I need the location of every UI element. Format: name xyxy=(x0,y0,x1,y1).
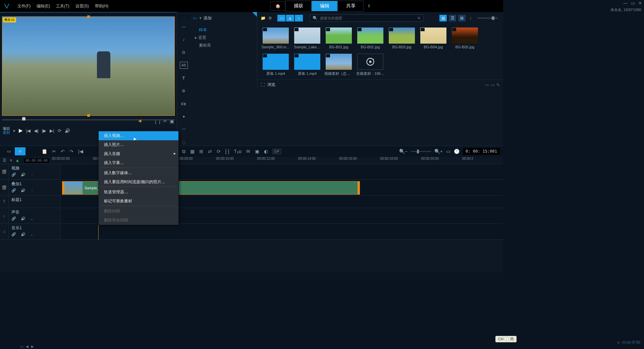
track-expand-icon[interactable]: ⌄ xyxy=(30,216,33,221)
transport-mode-labels[interactable]: 项目 素材 xyxy=(3,127,10,135)
tool-loading-icon[interactable]: ◌ xyxy=(180,139,188,146)
home-button[interactable]: 🏠 xyxy=(270,1,285,11)
resize-handle-top[interactable] xyxy=(87,15,90,18)
goto-end-button[interactable]: ▶| xyxy=(50,128,54,133)
track-mute-icon[interactable]: 🔊 xyxy=(21,232,25,237)
view-list-button[interactable]: ☰ xyxy=(449,15,456,21)
clear-search-button[interactable]: ✕ xyxy=(417,16,421,20)
menu-tools[interactable]: 工具(T) xyxy=(56,3,69,9)
volume-button[interactable]: 🔊 xyxy=(65,128,70,133)
redo-button[interactable]: ↷ xyxy=(69,149,73,154)
tool-title-icon[interactable]: T xyxy=(180,75,188,82)
tab-share[interactable]: 共享 xyxy=(338,1,364,11)
ctx-insert-audio[interactable]: 插入音频 xyxy=(99,149,178,158)
filter-image-button[interactable]: ▲ xyxy=(286,15,294,21)
loop-button[interactable]: ⟳ xyxy=(58,128,61,133)
tl-tool-7[interactable]: ⧉ xyxy=(182,149,185,154)
tl-tool-5[interactable]: |◀ xyxy=(78,149,83,154)
tool-subtitle-icon[interactable]: AB xyxy=(180,62,188,69)
browse-btn3[interactable]: ✎ xyxy=(496,83,500,87)
timeline-ruler[interactable]: ☰ ≡ ▲ 00:00:00:00 00:00:02:0000:00:04:00… xyxy=(0,157,503,164)
gutter-btn3[interactable]: ▲ xyxy=(15,158,19,163)
tool-media[interactable]: ▭ xyxy=(180,23,188,30)
undo-button[interactable]: ↶ xyxy=(61,149,65,154)
view-grid-button[interactable]: ▦ xyxy=(439,15,447,21)
track-mute-icon[interactable]: 🔊 xyxy=(21,188,25,193)
ctx-track-manager[interactable]: 轨道管理器… xyxy=(99,187,178,197)
thumb-item[interactable]: ♪音频素材 - 196… xyxy=(356,54,385,76)
tl-tool-11[interactable]: ⟳ xyxy=(217,149,221,154)
fit-button[interactable]: ▭ xyxy=(446,149,450,154)
thumb-item[interactable]: BG-B05.jpg xyxy=(450,28,479,49)
thumb-item[interactable]: BG-B03.jpg xyxy=(387,28,416,49)
zoom-slider[interactable] xyxy=(411,151,431,152)
menu-file[interactable]: 文件(F) xyxy=(17,3,31,9)
preview-viewport[interactable]: 叠加 #1 xyxy=(2,16,175,116)
tl-tool-2[interactable]: ✂ xyxy=(52,149,56,154)
thumb-item[interactable]: BG-B01.jpg xyxy=(324,28,353,49)
track-link-icon[interactable]: 🔗 xyxy=(11,172,16,177)
gutter-btn2[interactable]: ≡ xyxy=(10,158,12,163)
tl-tool-13[interactable]: T₃ᴅ xyxy=(234,149,241,154)
browse-btn1[interactable]: ▭ xyxy=(485,83,489,87)
panel-corner-icon[interactable] xyxy=(252,12,257,17)
tab-capture[interactable]: 捕获 xyxy=(285,1,312,11)
track-content-music1[interactable] xyxy=(61,224,503,239)
timeline-mode-button[interactable]: ≡ xyxy=(15,147,25,155)
thumb-item[interactable]: 屏幕 1.mp4 xyxy=(293,54,322,76)
view-thumbs-button[interactable]: ⊞ xyxy=(458,15,466,21)
menu-edit[interactable]: 编辑(E) xyxy=(37,3,50,9)
tl-tool-16[interactable]: ◐ xyxy=(264,149,268,154)
tree-item-background[interactable]: ▸背景 xyxy=(193,34,255,42)
thumb-item[interactable]: BG-B02.jpg xyxy=(356,28,385,49)
tool-settings-icon[interactable]: ⚙ xyxy=(180,88,188,94)
search-input[interactable] xyxy=(320,16,415,20)
clock-icon[interactable]: 🕐 xyxy=(454,149,460,154)
track-more-icon[interactable]: ⋮ xyxy=(30,172,34,177)
preview-scrubber[interactable]: ◀ xyxy=(2,119,175,123)
tree-item-material[interactable]: 素材库 xyxy=(193,42,255,49)
track-mute-icon[interactable]: 🔊 xyxy=(21,216,25,221)
gear-sm-icon[interactable]: ⚙ xyxy=(268,16,272,20)
track-link-icon[interactable]: 🔗 xyxy=(11,188,16,193)
track-expand-icon[interactable]: ⌄ xyxy=(30,232,33,237)
ctx-insert-timelapse[interactable]: 插入要应用时间流逝/频闪的照片… xyxy=(99,178,178,187)
search-box[interactable]: 🔍 ✕ xyxy=(310,14,424,22)
tl-tool-15[interactable]: ▣ xyxy=(255,149,259,154)
scrubber-playhead[interactable] xyxy=(22,117,25,120)
step-fwd-button[interactable]: |▶ xyxy=(42,128,46,133)
zoom-in-button[interactable]: 🔍+ xyxy=(434,149,443,154)
browse-btn2[interactable]: ▭ xyxy=(491,83,494,87)
ctx-insert-digital[interactable]: 插入数字媒体… xyxy=(99,167,178,178)
track-link-icon[interactable]: 🔗 xyxy=(11,216,16,221)
tl-tool-12[interactable]: [·] xyxy=(225,149,229,154)
filter-audio-button[interactable]: ♪ xyxy=(295,15,303,21)
tl-tool-10[interactable]: ⇄ xyxy=(208,149,212,154)
tl-tool-gif[interactable]: GIF xyxy=(273,149,281,154)
ctx-mark-replaceable[interactable]: 标记可替换素材 xyxy=(99,197,178,206)
add-media-button[interactable]: + 添加 xyxy=(199,15,212,21)
tool-magic-icon[interactable]: ✦ xyxy=(180,113,188,120)
track-more-icon[interactable]: ⋮ xyxy=(30,188,34,193)
browse-label[interactable]: 浏览 xyxy=(267,82,275,88)
tl-tool-1[interactable]: 📋 xyxy=(42,149,47,154)
tree-item-samples[interactable]: 样本 xyxy=(193,26,255,34)
thumb-item[interactable]: 视频素材（总）… xyxy=(324,54,353,76)
clip-handle-right[interactable] xyxy=(358,182,360,194)
ctx-insert-photo[interactable]: 插入照片… xyxy=(99,140,178,149)
panel-drag-handle[interactable] xyxy=(0,12,177,15)
tl-tool-9[interactable]: ⊞ xyxy=(199,149,203,154)
play-button[interactable]: ▶ xyxy=(19,128,23,134)
storyboard-mode-button[interactable]: ▭ xyxy=(3,147,14,155)
thumb-item[interactable]: 屏幕 1.mp4 xyxy=(261,54,290,76)
tool-fx-icon[interactable]: FX xyxy=(180,100,188,107)
track-link-icon[interactable]: 🔗 xyxy=(11,232,16,237)
thumb-item[interactable]: Sample_Lake… xyxy=(293,28,322,49)
resize-handle-bottom[interactable] xyxy=(87,114,90,117)
sidebar-drag-handle[interactable] xyxy=(177,15,190,17)
tl-tool-14[interactable]: ✉ xyxy=(246,149,250,154)
thumb-item[interactable]: BG-B04.jpg xyxy=(419,28,448,49)
ctx-insert-video[interactable]: 插入视频… xyxy=(99,131,178,140)
zoom-out-button[interactable]: 🔍− xyxy=(399,149,408,154)
menu-settings[interactable]: 设置(S) xyxy=(75,3,89,9)
